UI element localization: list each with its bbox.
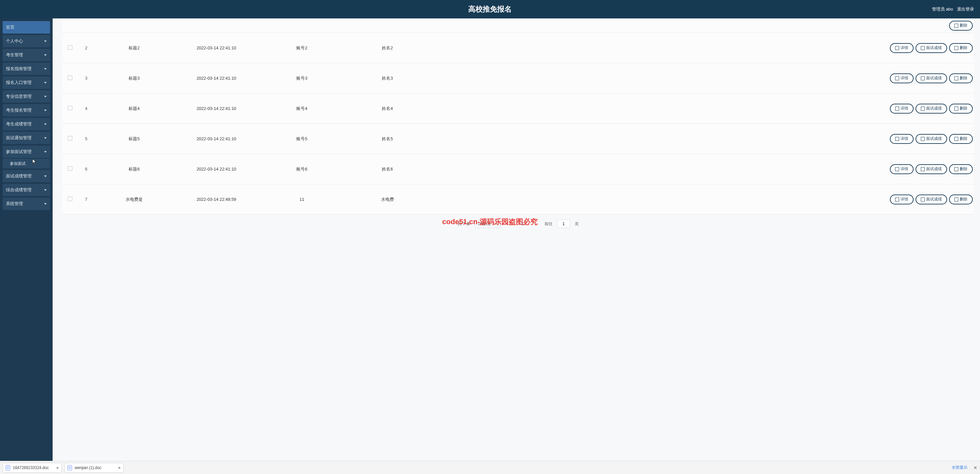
download-show-all[interactable]: 全部显示 bbox=[952, 465, 967, 470]
chevron-down-icon bbox=[44, 110, 47, 111]
chevron-down-icon bbox=[44, 82, 47, 84]
mouse-cursor-icon bbox=[32, 159, 37, 164]
row-detail-button[interactable]: 详情 bbox=[890, 104, 913, 113]
row-delete-button[interactable]: 删除 bbox=[949, 195, 973, 204]
row-score-button[interactable]: 面试成绩 bbox=[916, 73, 947, 83]
doc-icon bbox=[895, 198, 899, 201]
sidebar-item-4[interactable]: 报名入口管理 bbox=[3, 77, 50, 89]
chevron-up-icon[interactable] bbox=[118, 467, 121, 468]
row1-delete-label: 删除 bbox=[959, 23, 967, 28]
trash-icon bbox=[955, 24, 958, 28]
pager-total: 共 7 条 bbox=[458, 221, 470, 227]
row-account: 账号3 bbox=[259, 74, 345, 83]
pager-goto-input[interactable] bbox=[557, 220, 570, 228]
row-name: 姓名6 bbox=[345, 165, 430, 174]
row-index: 7 bbox=[78, 196, 95, 203]
chevron-down-icon bbox=[44, 151, 47, 153]
sidebar: 首页个人中心考生管理报名指南管理报名入口管理专业信息管理考生报名管理考生成绩管理… bbox=[0, 18, 52, 461]
row-score-button[interactable]: 面试成绩 bbox=[916, 134, 947, 144]
sidebar-item-3[interactable]: 报名指南管理 bbox=[3, 62, 50, 75]
row-checkbox[interactable] bbox=[68, 45, 72, 50]
app-title: 高校推免报名 bbox=[468, 4, 512, 14]
row-date: 2022-03-14 22:41:10 bbox=[173, 165, 259, 173]
row-score-button[interactable]: 面试成绩 bbox=[916, 104, 947, 113]
sidebar-item-label: 个人中心 bbox=[6, 38, 23, 44]
sidebar-item-6[interactable]: 考生报名管理 bbox=[3, 104, 50, 117]
row1-delete-button[interactable]: 删除 bbox=[949, 21, 973, 30]
sidebar-item-label: 考生报名管理 bbox=[6, 107, 32, 113]
admin-label[interactable]: 管理员 abo bbox=[932, 6, 953, 12]
chevron-down-icon bbox=[44, 40, 47, 42]
logout-link[interactable]: 退出登录 bbox=[957, 6, 974, 12]
row-detail-button[interactable]: 详情 bbox=[890, 73, 913, 83]
row-detail-button[interactable]: 详情 bbox=[890, 43, 913, 53]
row-checkbox[interactable] bbox=[68, 136, 72, 140]
sidebar-item-7[interactable]: 考生成绩管理 bbox=[3, 118, 50, 130]
row-checkbox[interactable] bbox=[68, 196, 72, 201]
sidebar-item-1[interactable]: 个人中心 bbox=[3, 35, 50, 47]
sidebar-item-12[interactable]: 系统管理 bbox=[3, 198, 50, 210]
chevron-up-icon[interactable] bbox=[56, 467, 59, 468]
row-detail-button[interactable]: 详情 bbox=[890, 195, 913, 204]
row-score-button[interactable]: 面试成绩 bbox=[916, 164, 947, 174]
row-index: 4 bbox=[78, 105, 95, 112]
row-checkbox[interactable] bbox=[68, 106, 72, 110]
sidebar-item-label: 面试成绩管理 bbox=[6, 173, 32, 179]
chevron-down-icon bbox=[44, 137, 47, 139]
row-title: 标题4 bbox=[95, 104, 173, 113]
download-chip-1[interactable]: wenjian (1).doc bbox=[64, 463, 124, 473]
download-close-button[interactable]: ✕ bbox=[974, 465, 977, 470]
row-detail-button[interactable]: 详情 bbox=[890, 134, 913, 144]
sidebar-item-label: 报名入口管理 bbox=[6, 80, 32, 86]
sidebar-item-label: 面试通知管理 bbox=[6, 135, 32, 141]
row-delete-button[interactable]: 删除 bbox=[949, 134, 973, 144]
trash-icon bbox=[955, 107, 958, 110]
topbar: 高校推免报名 管理员 abo 退出登录 bbox=[0, 0, 980, 18]
trash-icon bbox=[955, 46, 958, 50]
row-delete-button[interactable]: 删除 bbox=[949, 104, 973, 113]
sidebar-item-10[interactable]: 面试成绩管理 bbox=[3, 170, 50, 182]
sidebar-subitem-9-0[interactable]: 参加面试 bbox=[3, 159, 50, 169]
row-title: 标题6 bbox=[95, 165, 173, 174]
row-delete-button[interactable]: 删除 bbox=[949, 43, 973, 53]
doc-icon bbox=[921, 198, 925, 201]
trash-icon bbox=[955, 167, 958, 171]
row-name: 水电费 bbox=[345, 195, 430, 204]
sidebar-item-2[interactable]: 考生管理 bbox=[3, 49, 50, 61]
row-name: 姓名2 bbox=[345, 44, 430, 52]
row-title: 标题2 bbox=[95, 44, 173, 52]
pagination: 共 7 条 10条/页 ‹ 1 › 前往 页 bbox=[62, 217, 974, 231]
chevron-down-icon bbox=[44, 189, 47, 191]
sidebar-item-label: 考生成绩管理 bbox=[6, 121, 32, 127]
row-account: 11 bbox=[259, 196, 345, 203]
sidebar-item-5[interactable]: 专业信息管理 bbox=[3, 90, 50, 103]
download-file-0: 1647269233324.doc bbox=[13, 466, 49, 470]
row-delete-button[interactable]: 删除 bbox=[949, 73, 973, 83]
download-chip-0[interactable]: 1647269233324.doc bbox=[3, 463, 62, 473]
row-delete-button[interactable]: 删除 bbox=[949, 164, 973, 174]
row-date: 2022-03-14 22:41:10 bbox=[173, 135, 259, 142]
file-icon bbox=[67, 465, 72, 470]
row-date: 2022-03-14 22:41:10 bbox=[173, 44, 259, 52]
row-name: 姓名3 bbox=[345, 74, 430, 83]
page-size-select[interactable]: 10条/页 bbox=[475, 220, 501, 228]
sidebar-item-8[interactable]: 面试通知管理 bbox=[3, 132, 50, 144]
row-checkbox[interactable] bbox=[68, 75, 72, 80]
sidebar-item-0[interactable]: 首页 bbox=[3, 21, 50, 34]
download-file-1: wenjian (1).doc bbox=[75, 466, 101, 470]
doc-icon bbox=[895, 46, 899, 50]
sidebar-item-9[interactable]: 参加面试管理 bbox=[3, 145, 50, 158]
row-score-button[interactable]: 面试成绩 bbox=[916, 195, 947, 204]
row-account: 账号6 bbox=[259, 165, 345, 174]
page-size-value: 10条/页 bbox=[478, 221, 491, 227]
pager-next-button[interactable]: › bbox=[531, 220, 540, 228]
row-detail-button[interactable]: 详情 bbox=[890, 164, 913, 174]
row-name: 姓名4 bbox=[345, 104, 430, 113]
row-checkbox[interactable] bbox=[68, 166, 72, 171]
data-table: 2标题22022-03-14 22:41:10账号2姓名2详情面试成绩删除3标题… bbox=[62, 33, 974, 215]
doc-icon bbox=[895, 137, 899, 141]
pager-prev-button[interactable]: ‹ bbox=[505, 220, 514, 228]
trash-icon bbox=[955, 77, 958, 80]
row-score-button[interactable]: 面试成绩 bbox=[916, 43, 947, 53]
sidebar-item-11[interactable]: 综合成绩管理 bbox=[3, 184, 50, 196]
